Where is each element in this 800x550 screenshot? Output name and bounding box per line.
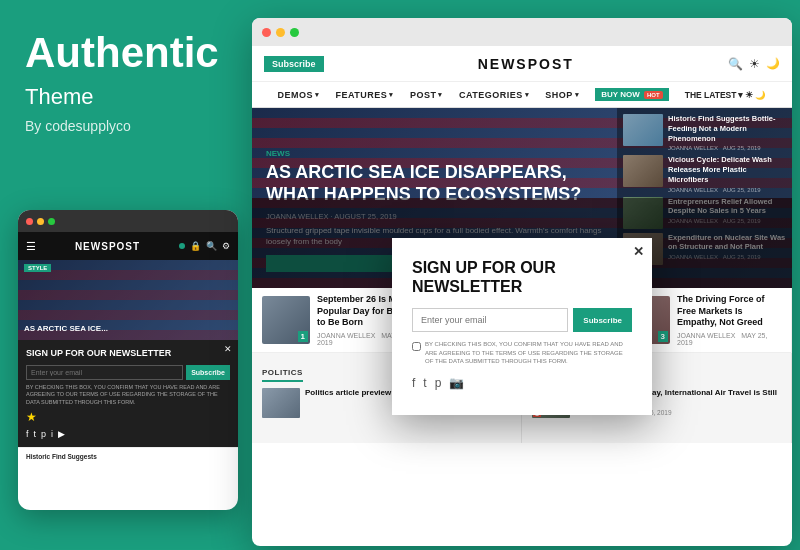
mobile-email-input[interactable] bbox=[26, 365, 183, 380]
site-header: Subscribe NEWSPOST 🔍 ☀ 🌙 bbox=[252, 46, 792, 82]
browser-dot-green bbox=[290, 28, 299, 37]
mobile-bottom-news: Historic Find Suggests bbox=[18, 447, 238, 466]
browser-top-bar bbox=[252, 18, 792, 46]
mobile-settings-icon: ⚙ bbox=[222, 241, 230, 251]
newsletter-facebook-icon[interactable]: f bbox=[412, 376, 415, 390]
by-line: By codesupplyco bbox=[25, 118, 225, 134]
shop-chevron: ▾ bbox=[575, 91, 580, 99]
nav-categories[interactable]: CATEGORIES ▾ bbox=[459, 90, 529, 100]
mobile-hero-title: AS ARCTIC SEA ICE... bbox=[24, 324, 232, 334]
newsletter-popup-title: SIGN UP FOR OUR NEWSLETTER bbox=[412, 258, 632, 296]
sidebar-news-title-1: Historic Find Suggests Bottle-Feeding No… bbox=[668, 114, 786, 143]
sun-icon[interactable]: ☀ bbox=[749, 57, 760, 71]
nav-shop-label: SHOP bbox=[545, 90, 573, 100]
search-icon[interactable]: 🔍 bbox=[728, 57, 743, 71]
politics-thumb bbox=[262, 388, 300, 418]
mobile-youtube-icon[interactable]: ▶ bbox=[58, 429, 65, 439]
strip-content-3: The Driving Force of Free Markets Is Emp… bbox=[677, 294, 781, 346]
nav-features-label: FEATURES bbox=[336, 90, 388, 100]
nav-post[interactable]: POST ▾ bbox=[410, 90, 443, 100]
moon-nav-icon: 🌙 bbox=[755, 90, 766, 100]
sidebar-news-text-2: Vicious Cycle: Delicate Wash Releases Mo… bbox=[668, 155, 786, 192]
mobile-instagram-icon[interactable]: i bbox=[51, 429, 53, 439]
sidebar-thumb-1 bbox=[623, 114, 663, 146]
newsletter-instagram-icon[interactable]: 📷 bbox=[449, 376, 464, 390]
nav-shop[interactable]: SHOP ▾ bbox=[545, 90, 579, 100]
mobile-news-title: Historic Find Suggests bbox=[26, 453, 230, 461]
mobile-checkbox-text: BY CHECKING THIS BOX, YOU CONFIRM THAT Y… bbox=[26, 384, 230, 407]
header-icons: 🔍 ☀ 🌙 bbox=[728, 57, 780, 71]
moon-icon[interactable]: 🌙 bbox=[766, 57, 780, 70]
mobile-top-bar bbox=[18, 210, 238, 232]
hero-category: NEWS bbox=[266, 149, 603, 158]
categories-chevron: ▾ bbox=[525, 91, 530, 99]
left-panel: Authentic Theme By codesupplyco ☰ NEWSPO… bbox=[0, 0, 250, 550]
buy-now-button[interactable]: BUY NOW HOT bbox=[595, 88, 668, 101]
mobile-logo: NEWSPOST bbox=[75, 241, 140, 252]
mobile-newsletter-title: SIGN UP FOR OUR NEWSLETTER bbox=[26, 348, 230, 360]
mobile-dot-yellow bbox=[37, 218, 44, 225]
newsletter-checkbox-row: BY CHECKING THIS BOX, YOU CONFIRM THAT Y… bbox=[412, 340, 632, 365]
strip-title-3: The Driving Force of Free Markets Is Emp… bbox=[677, 294, 781, 329]
sidebar-news-meta-1: JOANNA WELLEX AUG 25, 2019 bbox=[668, 145, 786, 151]
newsletter-email-input[interactable] bbox=[412, 308, 568, 332]
site-logo: NEWSPOST bbox=[478, 56, 574, 72]
mobile-social-row: f t p i ▶ bbox=[26, 429, 230, 439]
theme-sub: Theme bbox=[25, 84, 225, 110]
strip-num-3: 3 bbox=[658, 331, 668, 342]
mobile-dot-green bbox=[48, 218, 55, 225]
theme-name: Authentic bbox=[25, 30, 225, 76]
sidebar-news-title-2: Vicious Cycle: Delicate Wash Releases Mo… bbox=[668, 155, 786, 184]
newsletter-overlay: ✕ SIGN UP FOR OUR NEWSLETTER Subscribe B… bbox=[252, 198, 792, 288]
buy-now-label: BUY NOW bbox=[601, 90, 640, 99]
sidebar-thumb-2 bbox=[623, 155, 663, 187]
nav-categories-label: CATEGORIES bbox=[459, 90, 523, 100]
browser-mockup: Subscribe NEWSPOST 🔍 ☀ 🌙 DEMOS ▾ FEATURE… bbox=[252, 18, 792, 546]
newsletter-subscribe-button[interactable]: Subscribe bbox=[573, 308, 632, 332]
nav-demos[interactable]: DEMOS ▾ bbox=[278, 90, 320, 100]
newsletter-twitter-icon[interactable]: t bbox=[423, 376, 426, 390]
sidebar-news-item-1[interactable]: Historic Find Suggests Bottle-Feeding No… bbox=[623, 114, 786, 151]
latest-label: THE LATEST bbox=[685, 90, 737, 100]
nav-post-label: POST bbox=[410, 90, 437, 100]
nav-features[interactable]: FEATURES ▾ bbox=[336, 90, 394, 100]
strip-meta-3: JOANNA WELLEX MAY 25, 2019 bbox=[677, 332, 781, 346]
sidebar-news-meta-2: JOANNA WELLEX AUG 25, 2019 bbox=[668, 187, 786, 193]
mobile-nav-icons: 🔒 🔍 ⚙ bbox=[179, 241, 230, 251]
newsletter-popup: ✕ SIGN UP FOR OUR NEWSLETTER Subscribe B… bbox=[392, 238, 652, 415]
latest-nav[interactable]: THE LATEST ▾ ☀ 🌙 bbox=[685, 90, 767, 100]
newsletter-pinterest-icon[interactable]: p bbox=[435, 376, 442, 390]
sidebar-news-item-2[interactable]: Vicious Cycle: Delicate Wash Releases Mo… bbox=[623, 155, 786, 192]
subscribe-button[interactable]: Subscribe bbox=[264, 56, 324, 72]
newsletter-checkbox[interactable] bbox=[412, 342, 421, 351]
sun-nav-icon: ☀ bbox=[745, 90, 753, 100]
mobile-twitter-icon[interactable]: t bbox=[34, 429, 37, 439]
newsletter-close-button[interactable]: ✕ bbox=[633, 244, 644, 259]
mobile-pinterest-icon[interactable]: p bbox=[41, 429, 46, 439]
features-chevron: ▾ bbox=[389, 91, 394, 99]
browser-dot-red bbox=[262, 28, 271, 37]
mobile-lock-icon: 🔒 bbox=[190, 241, 201, 251]
browser-dot-yellow bbox=[276, 28, 285, 37]
demos-chevron: ▾ bbox=[315, 91, 320, 99]
hamburger-icon: ☰ bbox=[26, 240, 36, 253]
mobile-hero: STYLE AS ARCTIC SEA ICE... bbox=[18, 260, 238, 340]
newsletter-social: f t p 📷 bbox=[412, 376, 632, 390]
newsletter-input-row: Subscribe bbox=[412, 308, 632, 332]
mobile-facebook-icon[interactable]: f bbox=[26, 429, 29, 439]
strip-num-1: 1 bbox=[298, 331, 308, 342]
sidebar-news-text-1: Historic Find Suggests Bottle-Feeding No… bbox=[668, 114, 786, 151]
mobile-nav: ☰ NEWSPOST 🔒 🔍 ⚙ bbox=[18, 232, 238, 260]
buy-now-badge: HOT bbox=[644, 91, 663, 99]
site-hero: NEWS AS ARCTIC SEA ICE DISAPPEARS, WHAT … bbox=[252, 108, 792, 288]
strip-thumb-1: 1 bbox=[262, 296, 310, 344]
mobile-newsletter-close[interactable]: ✕ bbox=[224, 344, 232, 354]
latest-chevron: ▾ bbox=[738, 90, 743, 100]
mobile-hero-label: STYLE bbox=[24, 264, 51, 272]
mobile-subscribe-button[interactable]: Subscribe bbox=[186, 365, 230, 380]
mobile-newsletter-row: Subscribe bbox=[26, 365, 230, 380]
mobile-star-icon: ★ bbox=[26, 410, 230, 424]
mobile-green-dot bbox=[179, 243, 185, 249]
site-nav: DEMOS ▾ FEATURES ▾ POST ▾ CATEGORIES ▾ S… bbox=[252, 82, 792, 108]
mobile-dot-red bbox=[26, 218, 33, 225]
